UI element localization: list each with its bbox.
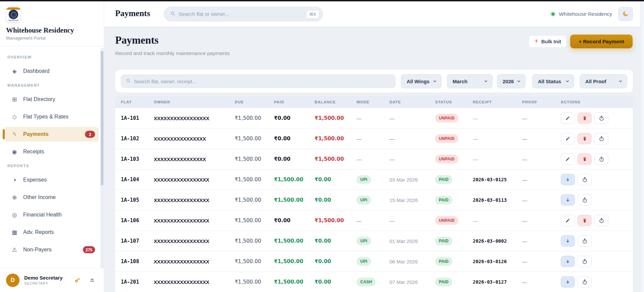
global-search-input[interactable] [179,11,306,17]
circle-plus-icon: ⊕ [11,194,18,201]
history-button[interactable] [594,153,608,165]
chevron-down-icon [516,79,521,84]
edit-payment-button[interactable] [561,215,575,226]
actions-cell [561,235,633,247]
history-button[interactable] [594,112,608,124]
sidebar: WHITEHOUSE Whitehouse Residency Manageme… [0,1,104,292]
key-icon[interactable] [74,277,81,284]
sidebar-title: Whitehouse Residency [6,26,104,35]
stopwatch-icon [599,136,604,142]
sidebar-item-receipts[interactable]: ◉Receipts [3,144,99,159]
proof-cell: — [522,115,561,121]
filter-dropdown-all-wings[interactable]: All Wings [401,74,442,88]
pencil-icon [565,218,570,223]
history-button[interactable] [578,276,592,288]
mode-badge: UPI [357,257,371,266]
paid-cell: ₹1,500.00 [274,238,315,244]
grid-icon: ⊞ [11,96,18,103]
status-cell: PAID [435,257,473,266]
owner-cell: XXXXXXXXXXXXXXXXX [154,238,235,244]
bolt-icon [534,38,539,45]
filter-dropdown-march[interactable]: March [447,74,493,88]
sidebar-item-dashboard[interactable]: ◈Dashboard [3,64,99,79]
history-button[interactable] [578,235,592,247]
balance-cell: ₹0.00 [315,177,357,183]
user-box: D Demo Secretary SECRETARY [0,268,104,292]
history-button[interactable] [578,194,592,206]
mode-cell: — [357,156,389,162]
download-receipt-button[interactable] [561,235,575,247]
filter-bar: All WingsMarch2026All StatusAll Proof [115,70,633,93]
delete-payment-button[interactable] [578,153,592,165]
record-icon: ◉ [11,148,18,155]
sidebar-item-expenses[interactable]: ◑Expenses [3,173,99,187]
history-button[interactable] [594,133,608,144]
balance-cell: ₹1,500.00 [315,115,357,121]
download-receipt-button[interactable] [561,256,575,267]
column-mode: MODE [357,100,389,104]
download-receipt-button[interactable] [561,276,575,288]
stopwatch-icon [582,197,588,203]
download-receipt-button[interactable] [561,174,575,185]
receipt-cell: 2026-03-0127 [473,279,522,285]
delete-payment-button[interactable] [578,133,592,144]
sidebar-nav: OVERVIEW◈DashboardMANAGEMENT⊞Flat Direct… [0,46,104,257]
history-button[interactable] [578,174,592,185]
due-cell: ₹1,500.00 [235,258,274,264]
paid-cell: ₹1,500.00 [274,177,315,183]
bulk-init-button[interactable]: Bulk Init [528,35,567,48]
target-icon: ◎ [11,211,18,218]
balance-cell: ₹0.00 [315,279,357,285]
table-search-input[interactable] [134,79,390,84]
delete-payment-button[interactable] [578,112,592,124]
history-button[interactable] [594,215,608,226]
paid-cell: ₹1,500.00 [274,279,315,285]
status-cell: UNPAID [435,134,473,143]
dropdown-value: March [453,79,467,84]
delete-payment-button[interactable] [578,215,592,226]
history-button[interactable] [578,256,592,267]
date-cell: 15 Mar 2026 [389,197,435,203]
nav-section-label-management: MANAGEMENT [3,83,99,88]
edit-payment-button[interactable] [561,133,575,144]
date-cell: 06 Mar 2026 [389,259,435,264]
record-payment-button[interactable]: + Record Payment [570,35,633,48]
column-receipt: RECEIPT [473,100,522,104]
table-row: 1A-108XXXXXXXXXXXXXXXXX₹1,500.00₹1,500.0… [115,251,633,272]
mode-badge: CASH [357,278,376,286]
sidebar-item-flat-types-rates[interactable]: ◇Flat Types & Rates [3,109,99,124]
due-cell: ₹1,500.00 [235,115,274,121]
balance-cell: ₹0.00 [315,258,357,264]
theme-toggle-button[interactable] [618,7,633,21]
diamond-icon: ◇ [11,113,18,120]
sidebar-item-non-payers[interactable]: ⚠Non-Payers275 [3,242,99,257]
trash-icon [582,156,587,162]
sidebar-item-adv-reports[interactable]: ▦Adv. Reports [3,225,99,240]
filter-dropdown-all-proof[interactable]: All Proof [580,74,627,88]
sidebar-scrollbar-thumb[interactable] [101,51,103,185]
sidebar-item-payments[interactable]: ϟPayments3 [3,127,99,142]
sidebar-item-label: Non-Payers [23,247,51,253]
topbar-right: Whitehouse Residency [551,1,633,27]
edit-payment-button[interactable] [561,153,575,165]
download-receipt-button[interactable] [561,194,575,206]
user-role: SECRETARY [24,281,74,285]
sidebar-item-other-income[interactable]: ⊕Other Income [3,190,99,205]
stopwatch-icon [582,259,588,264]
balance-cell: ₹0.00 [315,238,357,244]
global-search[interactable]: ⌘K [164,7,323,21]
sidebar-item-label: Adv. Reports [23,229,54,235]
edit-payment-button[interactable] [561,112,575,124]
sidebar-item-flat-directory[interactable]: ⊞Flat Directory [3,92,99,107]
receipt-cell: — [473,136,522,142]
flat-cell: 1A-105 [121,197,154,203]
eject-icon[interactable] [88,277,96,284]
dropdown-value: All Status [538,79,561,84]
filter-dropdown-2026[interactable]: 2026 [497,74,525,88]
table-search[interactable] [121,75,396,88]
sidebar-item-financial-health[interactable]: ◎Financial Health [3,207,99,222]
filter-dropdown-all-status[interactable]: All Status [532,74,574,88]
pencil-icon [565,156,570,162]
bulk-init-label: Bulk Init [541,39,561,44]
mode-badge: UPI [357,237,371,245]
